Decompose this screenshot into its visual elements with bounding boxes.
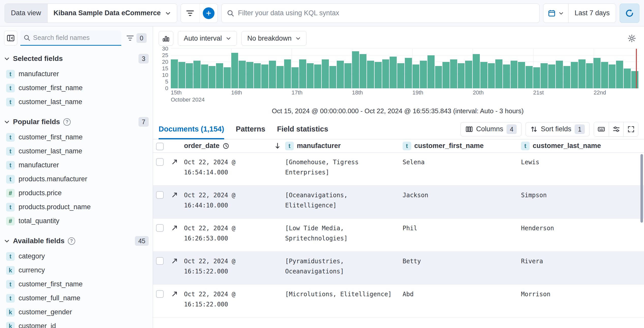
cell-order-date: Oct 22, 2024 @ 16:54:14.000 (184, 157, 285, 177)
field-filter-button[interactable]: 0 (124, 33, 149, 43)
field-item[interactable]: tcustomer_first_name (4, 277, 149, 291)
chevron-down-icon (4, 56, 10, 61)
display-options-button[interactable] (609, 122, 623, 136)
field-type-token: t (6, 203, 15, 211)
field-item[interactable]: tproducts.manufacturer (4, 172, 149, 186)
cell-order-date: Oct 22, 2024 @ 16:44:10.000 (184, 190, 285, 210)
time-range-button[interactable]: Last 7 days (569, 4, 616, 23)
data-view-label: Data view (5, 4, 48, 23)
expand-row-icon[interactable] (171, 158, 178, 166)
row-checkbox[interactable] (156, 224, 164, 232)
field-item[interactable]: tcustomer_first_name (4, 81, 149, 95)
filter-icon (126, 34, 134, 42)
row-checkbox[interactable] (156, 158, 164, 166)
keyboard-shortcuts-button[interactable] (594, 122, 609, 136)
fields-sidebar: 0 Selected fields 3 tmanufacturer tcusto… (0, 26, 153, 328)
selected-fields-accordion[interactable]: Selected fields 3 (4, 54, 149, 63)
search-icon (227, 9, 234, 17)
edit-visualization-button[interactable] (159, 31, 173, 46)
table-row[interactable]: Oct 22, 2024 @ 16:54:14.000 [Gnomehouse,… (153, 153, 644, 186)
field-search-box[interactable] (20, 30, 121, 46)
collapse-sidebar-icon (7, 34, 15, 42)
table-row[interactable]: Oct 22, 2024 @ 16:15:22.000 [Pyramidustr… (153, 252, 644, 285)
field-item[interactable]: tproducts.product_name (4, 200, 149, 214)
expand-row-icon[interactable] (171, 191, 178, 199)
cell-customer-last-name: Rivera (521, 256, 644, 266)
field-item[interactable]: kcustomer_id (4, 319, 149, 328)
expand-row-icon[interactable] (171, 290, 178, 298)
column-header-manufacturer[interactable]: t manufacturer (285, 142, 403, 150)
field-type-token: k (6, 266, 15, 275)
vertical-scrollbar-thumb[interactable] (640, 154, 643, 223)
help-icon[interactable]: ? (68, 237, 75, 245)
data-view-selector-button[interactable]: Kibana Sample Data eCommerce (48, 4, 177, 23)
cell-order-date: Oct 22, 2024 @ 16:15:22.000 (184, 256, 285, 276)
kql-search-bar[interactable] (221, 4, 540, 23)
expand-row-icon[interactable] (171, 257, 178, 265)
collapse-sidebar-button[interactable] (4, 31, 17, 45)
cell-manufacturer: [Gnomehouse, Tigress Enterprises] (285, 157, 403, 177)
columns-label: Columns (476, 125, 503, 133)
field-name: currency (19, 266, 45, 274)
chart-options-button[interactable] (625, 32, 638, 45)
help-icon[interactable]: ? (63, 118, 71, 126)
tab-documents[interactable]: Documents (1,154) (159, 119, 224, 139)
field-item[interactable]: tcustomer_last_name (4, 144, 149, 158)
tab-patterns[interactable]: Patterns (236, 119, 265, 139)
data-view-value: Kibana Sample Data eCommerce (54, 9, 161, 17)
field-item[interactable]: kcustomer_gender (4, 305, 149, 319)
add-filter-button[interactable] (199, 4, 218, 23)
filter-controls (181, 4, 218, 23)
popular-fields-accordion[interactable]: Popular fields ? 7 (4, 117, 149, 127)
field-item[interactable]: tmanufacturer (4, 67, 149, 81)
table-row[interactable]: Oct 22, 2024 @ 16:44:10.000 [Oceanavigat… (153, 186, 644, 219)
column-header-order-date[interactable]: order_date (184, 142, 285, 150)
saved-filters-button[interactable] (181, 4, 199, 23)
field-search-input[interactable] (33, 34, 118, 42)
field-name: products.manufacturer (19, 175, 87, 183)
plus-icon (203, 7, 214, 19)
available-fields-accordion[interactable]: Available fields ? 45 (4, 236, 149, 246)
histogram-plot[interactable] (171, 49, 639, 88)
fullscreen-button[interactable] (623, 122, 638, 136)
histogram-y-axis: 051015202530 (157, 49, 171, 88)
field-type-token: t (6, 70, 15, 78)
field-type-token: t (285, 142, 294, 150)
row-checkbox[interactable] (156, 290, 164, 298)
table-row[interactable]: Oct 22, 2024 @ 16:15:22.000 [Microlution… (153, 285, 644, 318)
field-item[interactable]: #total_quantity (4, 214, 149, 228)
histogram-x-axis: 15thOctober 202416th17th18th19th20th21st… (171, 89, 639, 104)
breakdown-label: No breakdown (247, 35, 292, 42)
field-item[interactable]: kcurrency (4, 263, 149, 277)
field-item[interactable]: tcategory (4, 249, 149, 263)
expand-row-icon[interactable] (171, 224, 178, 232)
field-item[interactable]: #products.price (4, 186, 149, 200)
columns-button[interactable]: Columns 4 (461, 122, 522, 136)
field-type-token: k (6, 322, 15, 328)
breakdown-select[interactable]: No breakdown (241, 31, 306, 46)
column-header-customer-last-name[interactable]: t customer_last_name (521, 142, 644, 150)
sort-desc-icon[interactable] (274, 142, 281, 150)
row-checkbox[interactable] (156, 191, 164, 199)
kql-query-input[interactable] (238, 9, 534, 17)
field-item[interactable]: tcustomer_first_name (4, 130, 149, 144)
field-item[interactable]: tmanufacturer (4, 158, 149, 172)
row-checkbox[interactable] (156, 257, 164, 265)
refresh-query-button[interactable] (620, 4, 639, 23)
cell-order-date: Oct 22, 2024 @ 16:26:53.000 (184, 223, 285, 243)
field-item[interactable]: tcustomer_full_name (4, 291, 149, 305)
auto-interval-select[interactable]: Auto interval (178, 31, 237, 46)
tab-field-statistics[interactable]: Field statistics (277, 119, 328, 139)
column-header-customer-first-name[interactable]: t customer_first_name (403, 142, 521, 150)
sort-fields-button[interactable]: Sort fields 1 (526, 122, 590, 136)
field-name: customer_id (19, 322, 56, 328)
field-type-token: t (6, 133, 15, 142)
select-all-checkbox[interactable] (156, 143, 164, 150)
field-type-token: t (6, 84, 15, 92)
quick-select-button[interactable] (543, 4, 569, 23)
field-item[interactable]: tcustomer_last_name (4, 95, 149, 109)
column-label: customer_first_name (414, 142, 484, 150)
sort-fields-label: Sort fields (541, 125, 571, 133)
date-picker: Last 7 days (543, 4, 616, 23)
table-row[interactable]: Oct 22, 2024 @ 16:26:53.000 [Low Tide Me… (153, 219, 644, 252)
